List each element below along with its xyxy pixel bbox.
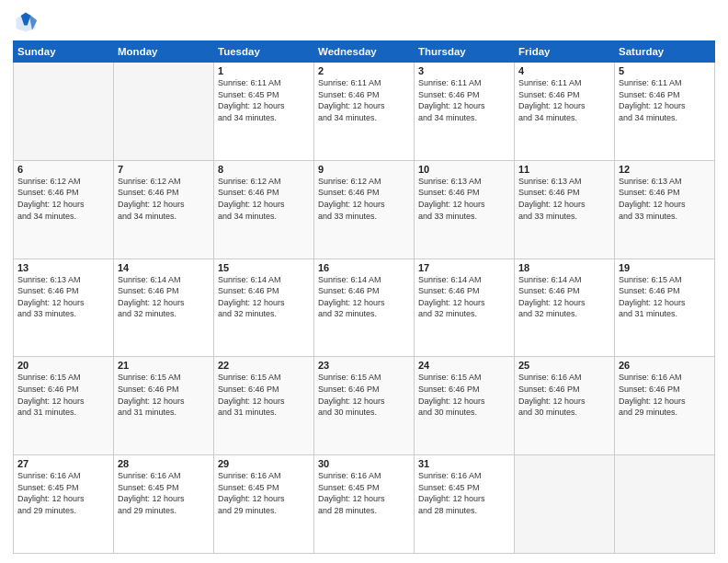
calendar-cell: 25Sunrise: 6:16 AM Sunset: 6:46 PM Dayli… <box>515 357 615 455</box>
day-number: 14 <box>118 262 210 273</box>
calendar-cell: 30Sunrise: 6:16 AM Sunset: 6:45 PM Dayli… <box>314 455 415 554</box>
day-info: Sunrise: 6:11 AM Sunset: 6:45 PM Dayligh… <box>218 77 310 123</box>
day-info: Sunrise: 6:15 AM Sunset: 6:46 PM Dayligh… <box>218 372 310 418</box>
weekday-header-sunday: Sunday <box>14 41 114 63</box>
header <box>13 9 715 35</box>
calendar-cell <box>14 63 114 161</box>
weekday-header-saturday: Saturday <box>615 41 715 63</box>
day-number: 8 <box>218 164 310 175</box>
day-info: Sunrise: 6:12 AM Sunset: 6:46 PM Dayligh… <box>17 176 109 222</box>
day-info: Sunrise: 6:12 AM Sunset: 6:46 PM Dayligh… <box>118 176 210 222</box>
weekday-header-friday: Friday <box>515 41 615 63</box>
day-info: Sunrise: 6:11 AM Sunset: 6:46 PM Dayligh… <box>619 77 711 123</box>
day-info: Sunrise: 6:16 AM Sunset: 6:45 PM Dayligh… <box>418 470 510 516</box>
day-number: 25 <box>518 360 610 371</box>
calendar-cell: 5Sunrise: 6:11 AM Sunset: 6:46 PM Daylig… <box>615 63 715 161</box>
day-number: 22 <box>218 360 310 371</box>
week-row-5: 27Sunrise: 6:16 AM Sunset: 6:45 PM Dayli… <box>14 455 715 554</box>
calendar-cell: 8Sunrise: 6:12 AM Sunset: 6:46 PM Daylig… <box>214 160 314 259</box>
day-number: 30 <box>318 458 410 469</box>
calendar-cell: 17Sunrise: 6:14 AM Sunset: 6:46 PM Dayli… <box>415 259 515 357</box>
day-number: 18 <box>518 262 610 273</box>
calendar-cell: 2Sunrise: 6:11 AM Sunset: 6:46 PM Daylig… <box>314 63 415 161</box>
calendar-cell: 4Sunrise: 6:11 AM Sunset: 6:46 PM Daylig… <box>515 63 615 161</box>
calendar-cell <box>114 63 214 161</box>
week-row-1: 1Sunrise: 6:11 AM Sunset: 6:45 PM Daylig… <box>14 63 715 161</box>
calendar-cell: 21Sunrise: 6:15 AM Sunset: 6:46 PM Dayli… <box>114 357 214 455</box>
calendar-cell: 3Sunrise: 6:11 AM Sunset: 6:46 PM Daylig… <box>415 63 515 161</box>
calendar-cell: 26Sunrise: 6:16 AM Sunset: 6:46 PM Dayli… <box>615 357 715 455</box>
calendar-cell: 31Sunrise: 6:16 AM Sunset: 6:45 PM Dayli… <box>415 455 515 554</box>
day-info: Sunrise: 6:16 AM Sunset: 6:45 PM Dayligh… <box>218 470 310 516</box>
day-number: 10 <box>418 164 510 175</box>
day-number: 26 <box>619 360 711 371</box>
day-number: 29 <box>218 458 310 469</box>
day-info: Sunrise: 6:12 AM Sunset: 6:46 PM Dayligh… <box>318 176 410 222</box>
weekday-header-thursday: Thursday <box>415 41 515 63</box>
calendar-cell: 14Sunrise: 6:14 AM Sunset: 6:46 PM Dayli… <box>114 259 214 357</box>
day-number: 7 <box>118 164 210 175</box>
logo <box>13 9 42 35</box>
day-info: Sunrise: 6:16 AM Sunset: 6:46 PM Dayligh… <box>619 372 711 418</box>
day-info: Sunrise: 6:14 AM Sunset: 6:46 PM Dayligh… <box>118 274 210 320</box>
calendar-cell: 7Sunrise: 6:12 AM Sunset: 6:46 PM Daylig… <box>114 160 214 259</box>
day-number: 23 <box>318 360 410 371</box>
calendar-cell: 16Sunrise: 6:14 AM Sunset: 6:46 PM Dayli… <box>314 259 415 357</box>
day-number: 11 <box>518 164 610 175</box>
day-number: 27 <box>17 458 109 469</box>
day-info: Sunrise: 6:13 AM Sunset: 6:46 PM Dayligh… <box>418 176 510 222</box>
day-number: 5 <box>619 65 711 76</box>
calendar-cell: 15Sunrise: 6:14 AM Sunset: 6:46 PM Dayli… <box>214 259 314 357</box>
calendar-cell: 10Sunrise: 6:13 AM Sunset: 6:46 PM Dayli… <box>415 160 515 259</box>
day-info: Sunrise: 6:14 AM Sunset: 6:46 PM Dayligh… <box>518 274 610 320</box>
day-number: 21 <box>118 360 210 371</box>
day-number: 6 <box>17 164 109 175</box>
calendar-cell: 11Sunrise: 6:13 AM Sunset: 6:46 PM Dayli… <box>515 160 615 259</box>
day-number: 20 <box>17 360 109 371</box>
calendar-cell: 19Sunrise: 6:15 AM Sunset: 6:46 PM Dayli… <box>615 259 715 357</box>
day-number: 19 <box>619 262 711 273</box>
day-number: 2 <box>318 65 410 76</box>
weekday-header-monday: Monday <box>114 41 214 63</box>
day-info: Sunrise: 6:15 AM Sunset: 6:46 PM Dayligh… <box>619 274 711 320</box>
calendar-cell: 29Sunrise: 6:16 AM Sunset: 6:45 PM Dayli… <box>214 455 314 554</box>
day-number: 3 <box>418 65 510 76</box>
calendar-cell: 27Sunrise: 6:16 AM Sunset: 6:45 PM Dayli… <box>14 455 114 554</box>
calendar-cell <box>515 455 615 554</box>
day-info: Sunrise: 6:16 AM Sunset: 6:46 PM Dayligh… <box>518 372 610 418</box>
calendar-cell: 1Sunrise: 6:11 AM Sunset: 6:45 PM Daylig… <box>214 63 314 161</box>
week-row-4: 20Sunrise: 6:15 AM Sunset: 6:46 PM Dayli… <box>14 357 715 455</box>
day-info: Sunrise: 6:16 AM Sunset: 6:45 PM Dayligh… <box>118 470 210 516</box>
day-info: Sunrise: 6:15 AM Sunset: 6:46 PM Dayligh… <box>418 372 510 418</box>
day-number: 28 <box>118 458 210 469</box>
day-info: Sunrise: 6:13 AM Sunset: 6:46 PM Dayligh… <box>17 274 109 320</box>
calendar-cell: 18Sunrise: 6:14 AM Sunset: 6:46 PM Dayli… <box>515 259 615 357</box>
calendar-cell: 12Sunrise: 6:13 AM Sunset: 6:46 PM Dayli… <box>615 160 715 259</box>
day-number: 16 <box>318 262 410 273</box>
calendar-cell: 24Sunrise: 6:15 AM Sunset: 6:46 PM Dayli… <box>415 357 515 455</box>
day-info: Sunrise: 6:11 AM Sunset: 6:46 PM Dayligh… <box>318 77 410 123</box>
page: SundayMondayTuesdayWednesdayThursdayFrid… <box>0 0 728 563</box>
day-number: 12 <box>619 164 711 175</box>
day-info: Sunrise: 6:13 AM Sunset: 6:46 PM Dayligh… <box>619 176 711 222</box>
calendar-table: SundayMondayTuesdayWednesdayThursdayFrid… <box>13 40 715 554</box>
calendar-cell: 28Sunrise: 6:16 AM Sunset: 6:45 PM Dayli… <box>114 455 214 554</box>
calendar-cell: 23Sunrise: 6:15 AM Sunset: 6:46 PM Dayli… <box>314 357 415 455</box>
calendar-cell: 20Sunrise: 6:15 AM Sunset: 6:46 PM Dayli… <box>14 357 114 455</box>
day-number: 24 <box>418 360 510 371</box>
day-info: Sunrise: 6:14 AM Sunset: 6:46 PM Dayligh… <box>318 274 410 320</box>
day-info: Sunrise: 6:15 AM Sunset: 6:46 PM Dayligh… <box>318 372 410 418</box>
weekday-header-wednesday: Wednesday <box>314 41 415 63</box>
day-number: 13 <box>17 262 109 273</box>
day-number: 17 <box>418 262 510 273</box>
calendar-cell: 6Sunrise: 6:12 AM Sunset: 6:46 PM Daylig… <box>14 160 114 259</box>
calendar-cell: 22Sunrise: 6:15 AM Sunset: 6:46 PM Dayli… <box>214 357 314 455</box>
day-info: Sunrise: 6:11 AM Sunset: 6:46 PM Dayligh… <box>518 77 610 123</box>
week-row-3: 13Sunrise: 6:13 AM Sunset: 6:46 PM Dayli… <box>14 259 715 357</box>
week-row-2: 6Sunrise: 6:12 AM Sunset: 6:46 PM Daylig… <box>14 160 715 259</box>
weekday-header-tuesday: Tuesday <box>214 41 314 63</box>
day-info: Sunrise: 6:14 AM Sunset: 6:46 PM Dayligh… <box>418 274 510 320</box>
day-info: Sunrise: 6:13 AM Sunset: 6:46 PM Dayligh… <box>518 176 610 222</box>
day-info: Sunrise: 6:11 AM Sunset: 6:46 PM Dayligh… <box>418 77 510 123</box>
day-info: Sunrise: 6:16 AM Sunset: 6:45 PM Dayligh… <box>17 470 109 516</box>
